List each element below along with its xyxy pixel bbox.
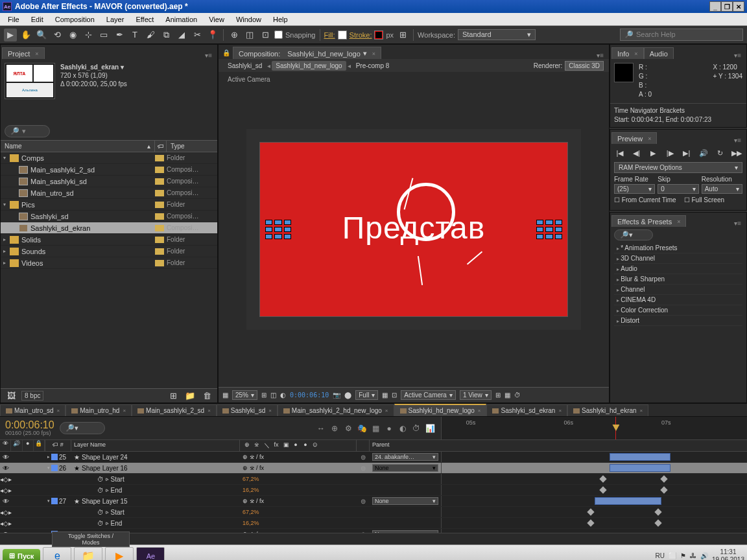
taskbar-ae-icon[interactable]: Ae bbox=[136, 547, 165, 561]
footer-icon[interactable]: ◐ bbox=[280, 391, 286, 399]
camera-dropdown[interactable]: Active Camera▾ bbox=[401, 390, 456, 400]
project-item[interactable]: Sashlyki_sdComposi… bbox=[1, 211, 217, 222]
tl-btn-icon[interactable]: ⏱ bbox=[410, 423, 422, 434]
mask-icon[interactable]: ◫ bbox=[243, 29, 256, 41]
tray-icon[interactable]: ⬜ bbox=[669, 552, 676, 559]
tl-btn-icon[interactable]: ↔ bbox=[315, 423, 327, 434]
hand-tool[interactable]: ✋ bbox=[19, 29, 32, 41]
new-comp-icon[interactable]: ⊞ bbox=[167, 390, 180, 402]
project-item[interactable]: ▾PicsFolder bbox=[1, 199, 217, 211]
timeline-tab[interactable]: Main_sashlyki_2_hd_new_logo× bbox=[278, 404, 394, 416]
menu-effect[interactable]: Effect bbox=[130, 14, 159, 25]
timeline-search-input[interactable]: 🔎▾ bbox=[60, 422, 105, 434]
play-button[interactable]: ▶ bbox=[647, 148, 659, 158]
project-tree[interactable]: ▾CompsFolderMain_sashlyki_2_sdComposi…Ma… bbox=[1, 152, 217, 388]
resolution-dropdown[interactable]: Full▾ bbox=[355, 390, 378, 400]
menu-layer[interactable]: Layer bbox=[101, 14, 130, 25]
tray-flag-icon[interactable]: ⚑ bbox=[680, 552, 686, 559]
views-dropdown[interactable]: 1 View▾ bbox=[460, 390, 492, 400]
timeline-ruler[interactable]: 05s06s07s08 bbox=[441, 417, 747, 439]
composition-viewer[interactable]: Active Camera Представ bbox=[219, 72, 609, 387]
fill-swatch[interactable] bbox=[338, 30, 347, 40]
language-indicator[interactable]: RU bbox=[655, 552, 664, 559]
close-icon[interactable]: × bbox=[32, 51, 38, 57]
timeline-layers[interactable]: 👁▸25★Shape Layer 24⊕ ※ / fx⊚24. abakanfe… bbox=[0, 452, 747, 533]
stroke-opts-icon[interactable]: ⊞ bbox=[396, 29, 409, 41]
panel-menu-icon[interactable]: ▾≡ bbox=[730, 52, 745, 59]
zoom-tool[interactable]: 🔍 bbox=[35, 29, 48, 41]
tray-network-icon[interactable]: 🖧 bbox=[690, 552, 696, 559]
trash-icon[interactable]: 🗑 bbox=[200, 390, 213, 402]
footer-icon[interactable]: ◫ bbox=[270, 391, 276, 399]
panel-menu-icon[interactable]: ▾≡ bbox=[730, 137, 745, 144]
taskbar-explorer-icon[interactable]: 📁 bbox=[74, 547, 102, 561]
toggle-switches-button[interactable]: Toggle Switches / Modes bbox=[52, 531, 130, 547]
loop-button[interactable]: ↻ bbox=[714, 148, 726, 158]
close-button[interactable]: ✕ bbox=[733, 1, 744, 12]
snapshot-icon[interactable]: 📷 bbox=[333, 391, 340, 399]
menu-view[interactable]: View bbox=[204, 14, 230, 25]
selection-handles[interactable] bbox=[536, 220, 562, 239]
footer-icon[interactable]: ⏱ bbox=[514, 391, 521, 399]
project-item[interactable]: Sashlyki_sd_ekranComposi… bbox=[1, 222, 217, 234]
breadcrumb-item[interactable]: Sashlyki_hd_new_logo bbox=[272, 61, 346, 71]
timeline-layer-row[interactable]: 👁▸25★Shape Layer 24⊕ ※ / fx⊚24. abakanfe… bbox=[0, 452, 747, 463]
project-columns-header[interactable]: Name▴ 🏷 Type bbox=[1, 140, 217, 152]
bpc-toggle[interactable]: 8 bpc bbox=[21, 391, 43, 401]
breadcrumb-item[interactable]: Sashlyki_sd bbox=[224, 61, 266, 71]
timeline-property-row[interactable]: ◂◇▸⏱ ▷ Start67,2% bbox=[0, 474, 747, 485]
lock-icon[interactable]: 🔒 bbox=[220, 46, 233, 59]
timeline-layer-row[interactable]: 👁▾26★Shape Layer 16⊕ ※ / fx⊚None ▾ bbox=[0, 463, 747, 474]
timeline-tab[interactable]: Sashlyki_sd× bbox=[217, 404, 278, 416]
project-item[interactable]: Main_sashlyki_2_sdComposi… bbox=[1, 164, 217, 176]
menu-window[interactable]: Window bbox=[231, 14, 267, 25]
footer-icon[interactable]: ⊞ bbox=[495, 391, 501, 399]
selection-handles[interactable] bbox=[265, 220, 291, 239]
timeline-timecode[interactable]: 0:00:06:10 00160 (25.00 fps) bbox=[5, 420, 54, 436]
tl-btn-icon[interactable]: ⊕ bbox=[329, 423, 340, 434]
prev-frame-button[interactable]: ◀| bbox=[631, 148, 643, 158]
tray-volume-icon[interactable]: 🔊 bbox=[700, 552, 708, 559]
effect-category[interactable]: CINEMA 4D bbox=[614, 295, 742, 305]
effect-category[interactable]: Distort bbox=[614, 316, 742, 326]
camera-tool[interactable]: ◉ bbox=[66, 29, 79, 41]
channel-icon[interactable]: ⬤ bbox=[344, 391, 351, 399]
effect-category[interactable]: * Animation Presets bbox=[614, 243, 742, 253]
fill-label[interactable]: Fill: bbox=[324, 31, 335, 39]
composition-tab[interactable]: Composition: Sashlyki_hd_new_logo▾× bbox=[233, 47, 381, 59]
menu-file[interactable]: File bbox=[3, 14, 25, 25]
project-tab[interactable]: Project× bbox=[2, 47, 45, 59]
effect-category[interactable]: Audio bbox=[614, 264, 742, 274]
footer-icon[interactable]: ▦ bbox=[382, 391, 388, 399]
clock[interactable]: 11:3119.06.2013 bbox=[712, 548, 744, 561]
breadcrumb-item[interactable]: Pre-comp 8 bbox=[352, 61, 394, 71]
from-current-checkbox[interactable]: From Current Time bbox=[614, 196, 676, 204]
framerate-dropdown[interactable]: (25)▾ bbox=[614, 184, 655, 194]
timeline-property-row[interactable]: ◂◇▸⏱ ▷ End16,2% bbox=[0, 485, 747, 496]
taskbar-media-icon[interactable]: ▶ bbox=[105, 547, 134, 561]
clone-tool[interactable]: ⧉ bbox=[160, 29, 172, 41]
brush-tool[interactable]: 🖌 bbox=[144, 29, 157, 41]
panel-menu-icon[interactable]: ▾≡ bbox=[730, 220, 745, 227]
eraser-tool[interactable]: ◢ bbox=[175, 29, 188, 41]
selection-tool[interactable]: ▶ bbox=[4, 29, 17, 41]
new-folder-icon[interactable]: 📁 bbox=[184, 390, 196, 402]
info-tab[interactable]: Info× bbox=[611, 47, 644, 59]
tl-btn-icon[interactable]: 🎭 bbox=[356, 423, 368, 434]
tl-btn-icon[interactable]: ⚙ bbox=[342, 423, 354, 434]
audio-tab[interactable]: Audio bbox=[644, 47, 674, 59]
stroke-label[interactable]: Stroke: bbox=[350, 31, 372, 39]
timeline-tab[interactable]: Sashlyki_sd_ekran× bbox=[486, 404, 567, 416]
timeline-tab[interactable]: Main_sashlyki_2_sd× bbox=[132, 404, 217, 416]
audio-button[interactable]: 🔊 bbox=[698, 148, 709, 158]
effect-category[interactable]: Blur & Sharpen bbox=[614, 274, 742, 285]
workspace-dropdown[interactable]: Standard▾ bbox=[458, 29, 536, 40]
start-button[interactable]: ⊞Пуск bbox=[3, 549, 40, 560]
effects-tab[interactable]: Effects & Presets× bbox=[611, 215, 686, 227]
preview-tab[interactable]: Preview× bbox=[611, 132, 657, 144]
zoom-dropdown[interactable]: 25%▾ bbox=[232, 390, 257, 400]
tl-btn-icon[interactable]: ▦ bbox=[370, 423, 381, 434]
next-frame-button[interactable]: |▶ bbox=[664, 148, 676, 158]
footer-icon[interactable]: ▦ bbox=[222, 391, 228, 399]
interpret-icon[interactable]: 🖼 bbox=[5, 390, 18, 402]
